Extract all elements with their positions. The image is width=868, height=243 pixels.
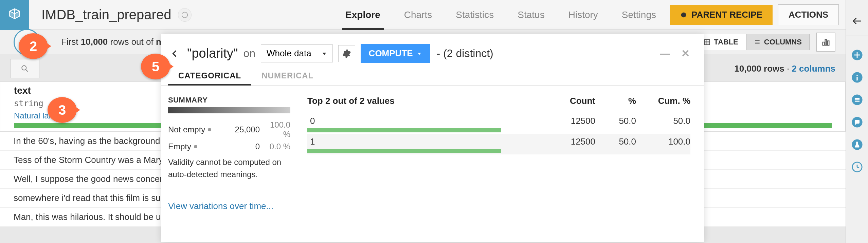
summary-not-empty: Not empty 25,000 100.0 % [168, 120, 290, 139]
arrow-left-icon [851, 15, 863, 27]
chat-icon [851, 116, 863, 128]
tab-status[interactable]: Status [518, 0, 544, 30]
value-bar [307, 128, 501, 132]
value-row: 1 12500 50.0 100.0 [307, 134, 690, 154]
chevron-left-icon [170, 49, 179, 58]
value-cum: 100.0 [636, 136, 690, 147]
value-cum: 50.0 [636, 116, 690, 126]
gear-icon [342, 49, 351, 58]
values-panel: Top 2 out of 2 values Count % Cum. % 0 1… [307, 96, 690, 211]
svg-point-11 [22, 66, 26, 70]
compute-button[interactable]: COMPUTE [361, 44, 430, 63]
search-icon [20, 64, 29, 73]
tab-history[interactable]: History [568, 0, 598, 30]
analysis-body: SUMMARY Not empty 25,000 100.0 % Empty 0… [161, 86, 704, 211]
column-analysis-panel: "polarity" on Whole data COMPUTE - (2 di… [161, 34, 704, 242]
discuss-button[interactable] [850, 115, 864, 129]
tab-settings[interactable]: Settings [622, 0, 656, 30]
summary-panel: SUMMARY Not empty 25,000 100.0 % Empty 0… [168, 96, 290, 211]
callout-badge-3: 3 [48, 97, 77, 123]
values-header: Top 2 out of 2 values Count % Cum. % [307, 96, 690, 106]
tab-explore[interactable]: Explore [345, 0, 380, 30]
value-row: 0 12500 50.0 50.0 [307, 113, 690, 134]
analyzed-column-name: "polarity" [187, 46, 238, 61]
on-label: on [243, 47, 255, 60]
variations-link[interactable]: View variations over time... [168, 201, 290, 211]
info-button[interactable]: i [850, 71, 864, 84]
actions-button[interactable]: ACTIONS [778, 4, 839, 25]
analysis-tabs: CATEGORICAL NUMERICAL [161, 66, 704, 86]
tab-numerical[interactable]: NUMERICAL [251, 66, 324, 85]
logo-icon[interactable] [0, 0, 29, 30]
flask-icon [851, 139, 863, 150]
close-button[interactable]: ✕ [680, 49, 690, 59]
rows-sample-text: First 10,000 rows out of not [61, 37, 169, 47]
list-button[interactable] [850, 93, 864, 107]
table-view-label: TABLE [714, 38, 738, 46]
svg-line-12 [26, 70, 28, 71]
svg-marker-14 [418, 53, 421, 55]
summary-empty: Empty 0 0.0 % [168, 142, 290, 151]
bar-chart-icon [821, 37, 831, 47]
svg-text:i: i [856, 74, 858, 82]
value-pct: 50.0 [595, 136, 636, 147]
value-count: 12500 [548, 136, 595, 147]
add-button[interactable] [850, 48, 864, 62]
history-button[interactable] [850, 160, 864, 174]
view-toggle: TABLE COLUMNS [696, 34, 810, 50]
dot-icon [194, 145, 197, 148]
value-label: 0 [307, 116, 548, 126]
tab-charts[interactable]: Charts [404, 0, 432, 30]
right-sidebar: i [846, 0, 868, 243]
svg-rect-9 [825, 40, 827, 45]
columns-view-button[interactable]: COLUMNS [746, 34, 810, 50]
lab-button[interactable] [850, 138, 864, 151]
scope-value: Whole data [267, 48, 311, 59]
panel-header: "polarity" on Whole data COMPUTE - (2 di… [161, 34, 704, 66]
parent-recipe-label: PARENT RECIPE [691, 10, 762, 20]
tab-statistics[interactable]: Statistics [456, 0, 494, 30]
caret-down-icon [417, 51, 422, 56]
plus-circle-icon [851, 49, 863, 61]
search-input[interactable] [10, 59, 39, 78]
quick-chart-button[interactable] [816, 33, 835, 52]
compute-label: COMPUTE [369, 48, 413, 59]
columns-count-link[interactable]: 2 columns [792, 63, 835, 74]
summary-title: SUMMARY [168, 96, 290, 105]
row-column-count: 10,000 rows · 2 columns [734, 63, 835, 74]
refresh-button[interactable] [178, 8, 192, 22]
dot-icon [208, 128, 211, 131]
summary-gradient-bar [168, 107, 290, 113]
tab-categorical[interactable]: CATEGORICAL [168, 66, 251, 85]
scope-select[interactable]: Whole data [261, 44, 333, 62]
collapse-sidebar-button[interactable] [846, 6, 868, 36]
nav-tabs: Explore Charts Statistics Status History… [345, 0, 656, 30]
callout-badge-2: 2 [19, 33, 48, 59]
list-icon [754, 39, 761, 45]
svg-rect-10 [828, 41, 829, 45]
table-icon [704, 39, 710, 45]
list-circle-icon [851, 94, 863, 106]
back-button[interactable] [168, 47, 182, 60]
main-header: IMDB_train_prepared Explore Charts Stati… [0, 0, 846, 30]
value-label: 1 [307, 136, 548, 147]
svg-rect-1 [705, 39, 710, 44]
caret-down-icon [322, 51, 327, 56]
value-pct: 50.0 [595, 116, 636, 126]
parent-recipe-button[interactable]: PARENT RECIPE [670, 5, 773, 25]
recipe-icon [680, 11, 687, 19]
callout-badge-5: 5 [141, 54, 170, 79]
svg-rect-8 [823, 42, 825, 45]
distinct-count: - (2 distinct) [437, 47, 493, 60]
svg-point-0 [681, 12, 686, 17]
settings-button[interactable] [338, 45, 355, 62]
value-count: 12500 [548, 116, 595, 126]
dataset-title: IMDB_train_prepared [41, 7, 171, 22]
clock-icon [851, 161, 863, 173]
columns-view-label: COLUMNS [764, 38, 802, 46]
svg-marker-13 [322, 53, 326, 55]
validity-note: Validity cannot be computed on auto-dete… [168, 156, 290, 181]
value-bar [307, 149, 501, 153]
info-icon: i [851, 72, 863, 83]
minimize-button[interactable]: — [660, 49, 670, 59]
